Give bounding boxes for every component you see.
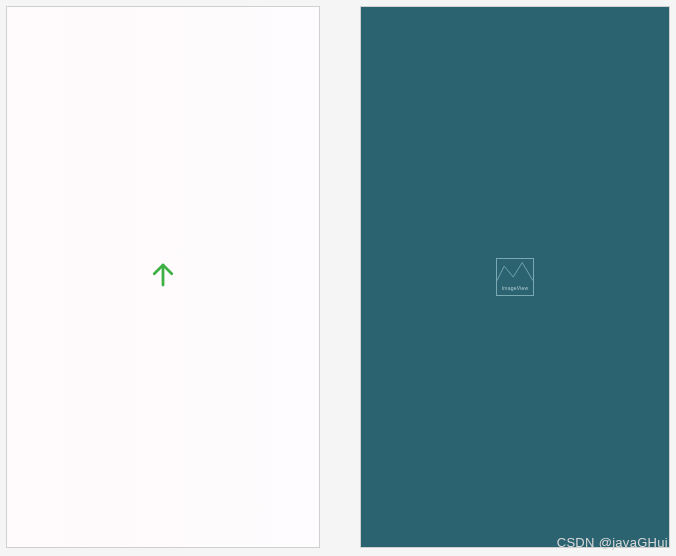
- blueprint-panel-right: ImageView: [360, 6, 670, 548]
- mountain-icon: [497, 259, 533, 281]
- arrow-up-icon: [148, 260, 178, 294]
- watermark-text: CSDN @javaGHui: [557, 535, 668, 550]
- imageview-placeholder[interactable]: ImageView: [496, 258, 534, 296]
- imageview-label: ImageView: [502, 285, 528, 295]
- layout-comparison-container: ImageView: [0, 0, 676, 556]
- preview-panel-left: [6, 6, 320, 548]
